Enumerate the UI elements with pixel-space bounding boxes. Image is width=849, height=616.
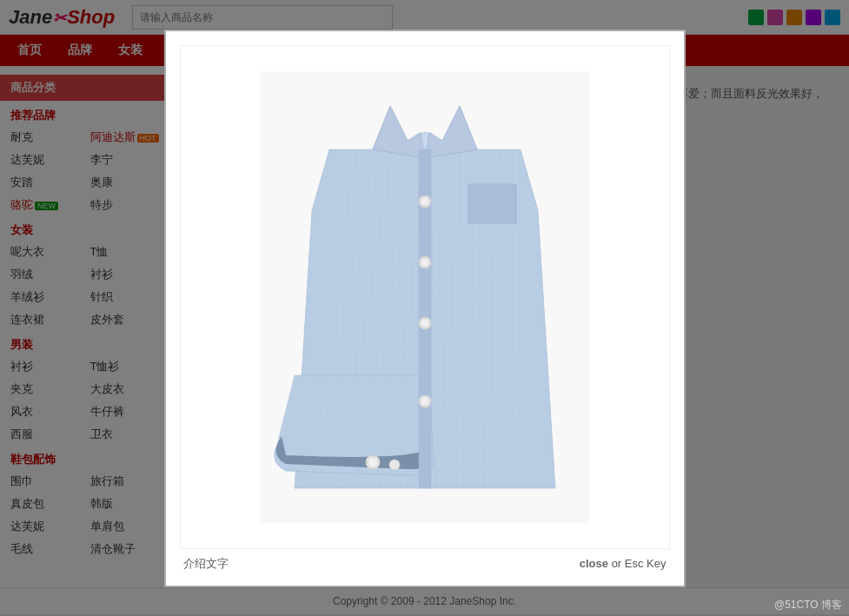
shirt-image: PPG DRESS SHIRT PPG DRESS SHIRT [260, 71, 590, 523]
svg-point-48 [421, 258, 429, 267]
modal-description: 介绍文字 [183, 556, 229, 572]
close-button[interactable]: close [580, 557, 608, 570]
modal-overlay[interactable]: PPG DRESS SHIRT PPG DRESS SHIRT [0, 0, 849, 614]
svg-point-52 [421, 397, 429, 406]
svg-point-56 [389, 460, 400, 470]
watermark: @51CTO 博客 [774, 598, 842, 613]
modal: PPG DRESS SHIRT PPG DRESS SHIRT [164, 30, 686, 587]
svg-point-46 [421, 197, 429, 206]
svg-point-55 [368, 457, 378, 467]
modal-close-area: close or Esc Key [580, 557, 667, 570]
svg-point-50 [421, 319, 429, 328]
esc-key-text: Esc Key [625, 557, 667, 570]
svg-rect-53 [468, 184, 516, 223]
modal-footer: 介绍文字 close or Esc Key [180, 556, 670, 572]
close-or-text: or [612, 557, 625, 570]
modal-image-container: PPG DRESS SHIRT PPG DRESS SHIRT [180, 45, 670, 549]
